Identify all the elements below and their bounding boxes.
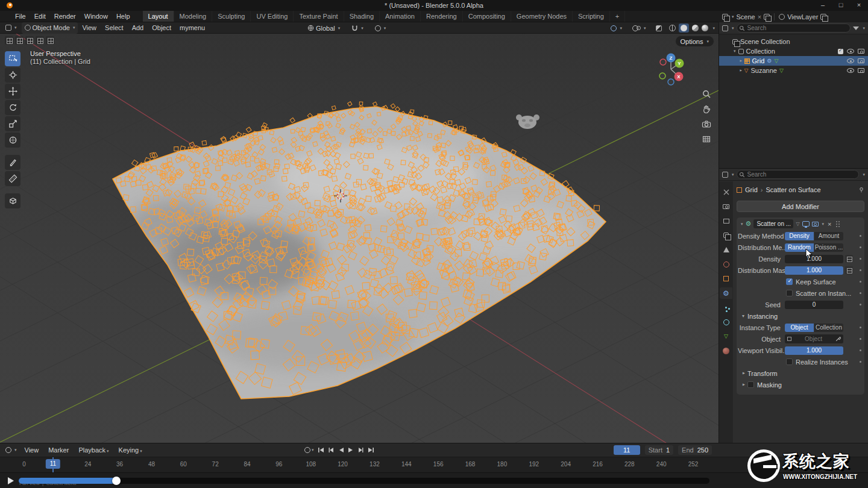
distribution-poisson[interactable]: Poisson ... [814,243,843,252]
tool-add-cube[interactable] [5,193,20,208]
scrub-knob[interactable] [112,477,121,485]
animate-dot[interactable] [860,327,861,328]
density-method-amount[interactable]: Amount [814,232,843,240]
animate-dot[interactable] [860,235,861,237]
menu-file[interactable]: File [11,11,30,22]
outliner-editor-icon[interactable] [722,25,728,31]
tab-view-layer[interactable] [720,230,732,241]
pin-icon[interactable] [858,187,864,193]
scrub-track[interactable] [19,478,709,484]
tab-modifiers[interactable]: ⚙ [720,287,732,299]
navigation-gizmo[interactable]: Z Y X [652,51,690,88]
animate-dot[interactable] [860,246,861,248]
frame-end-field[interactable]: End 250 [678,445,712,455]
instance-type-object[interactable]: Object [785,324,814,332]
instancing-section[interactable]: ▾ Instancing [737,310,864,322]
overlays-button[interactable]: ▾ [629,22,649,34]
animate-dot[interactable] [860,292,861,294]
tab-render[interactable] [720,201,732,212]
workspace-rendering[interactable]: Rendering [421,11,463,22]
menu-render[interactable]: Render [50,11,80,22]
new-scene-icon[interactable] [764,14,770,20]
close-button[interactable]: × [850,0,868,11]
scene-selector[interactable]: Scene [737,13,755,20]
show-gizmo-button[interactable]: ▾ [608,22,625,34]
proportional-edit-button[interactable]: ▾ [372,22,389,34]
outliner-row-suzanne[interactable]: ▾ ▽ Suzanne ▽ [719,66,868,75]
workspace-scripting[interactable]: Scripting [573,11,610,22]
tool-settings-icon[interactable] [15,36,24,45]
disable-render-icon[interactable] [858,49,864,54]
mode-selector[interactable]: Object Mode▾ [22,22,78,34]
tab-material[interactable] [720,345,732,357]
tool-rotate[interactable] [5,100,20,115]
scrub-play-button[interactable] [8,477,14,484]
realize-instances-checkbox[interactable] [786,358,793,365]
timeline-menu-marker[interactable]: Marker [43,446,74,454]
seed-field[interactable]: 0 [785,301,843,309]
workspace-modeling[interactable]: Modeling [174,11,213,22]
viewport-visibility-slider[interactable]: 1.000 [785,346,843,355]
animate-dot[interactable] [860,361,861,363]
gizmo-neg-y[interactable] [659,73,665,79]
properties-search-input[interactable] [737,170,860,179]
animate-dot[interactable] [860,281,861,283]
viewport-menu-mymenu[interactable]: mymenu [175,22,209,34]
attribute-toggle-icon[interactable] [845,266,853,274]
outliner-options-caret[interactable]: ▾ [863,26,865,31]
render-toggle-icon[interactable] [812,222,819,227]
filter-icon[interactable] [853,27,859,30]
expand-caret-icon[interactable]: ▾ [738,60,743,62]
viewport-menu-add[interactable]: Add [128,22,148,34]
play-reverse-button[interactable] [338,447,344,453]
tab-object[interactable] [720,273,732,284]
outliner-search-input[interactable] [737,23,851,33]
animate-dot[interactable] [860,338,861,340]
instance-type-collection[interactable]: Collection [814,324,843,332]
tool-settings-icon[interactable] [46,36,54,45]
zoom-button[interactable] [702,89,711,99]
auto-keying-button[interactable]: ▾ [304,447,314,453]
tab-particles[interactable] [720,302,732,313]
outliner-row-scene-collection[interactable]: Scene Collection [719,37,868,46]
tool-settings-icon[interactable] [25,36,34,45]
tool-scale[interactable] [5,116,20,131]
menu-edit[interactable]: Edit [30,11,50,22]
attribute-toggle-icon[interactable] [845,255,853,263]
animate-dot[interactable] [860,258,861,260]
playhead-frame-badge[interactable]: 11 [46,459,60,469]
disable-render-icon[interactable] [858,58,864,63]
shading-rendered-button[interactable] [702,25,708,31]
editor-type-button[interactable]: ▾ [2,22,20,34]
workspace-geometry-nodes[interactable]: Geometry Nodes [511,11,573,22]
menu-help[interactable]: Help [112,11,134,22]
tool-cursor[interactable] [5,67,20,83]
workspace-layout[interactable]: Layout [143,11,174,22]
shading-solid-button[interactable] [679,23,689,33]
camera-view-button[interactable] [702,119,711,129]
options-button[interactable]: Options▾ [676,36,714,46]
animate-dot[interactable] [860,304,861,305]
frame-start-field[interactable]: Start 1 [645,445,673,455]
workspace-sculpting[interactable]: Sculpting [212,11,251,22]
jump-to-start-button[interactable] [318,447,324,453]
tab-world[interactable] [720,258,732,270]
tool-annotate[interactable] [5,155,20,170]
workspace-add[interactable]: + [610,11,625,22]
animate-dot[interactable] [860,349,861,351]
viewport-menu-object[interactable]: Object [148,22,175,34]
density-field[interactable]: 1.000 [785,255,843,263]
tool-select-box[interactable] [5,51,20,66]
masking-section[interactable]: ▾ Masking [737,379,864,390]
gizmo-neg-x[interactable] [660,59,666,65]
hide-viewport-icon[interactable] [847,58,854,63]
properties-search[interactable] [737,170,860,179]
breadcrumb-modifier[interactable]: Scatter on Surface [766,186,820,193]
hide-viewport-icon[interactable] [847,68,854,73]
tab-object-data[interactable]: ▽ [720,331,732,342]
tab-output[interactable] [720,215,732,227]
viewport-menu-view[interactable]: View [78,22,101,34]
new-viewlayer-icon[interactable] [820,14,826,20]
edit-mode-toggle-icon[interactable]: ▽ [796,222,799,227]
minimize-button[interactable]: – [814,0,832,11]
